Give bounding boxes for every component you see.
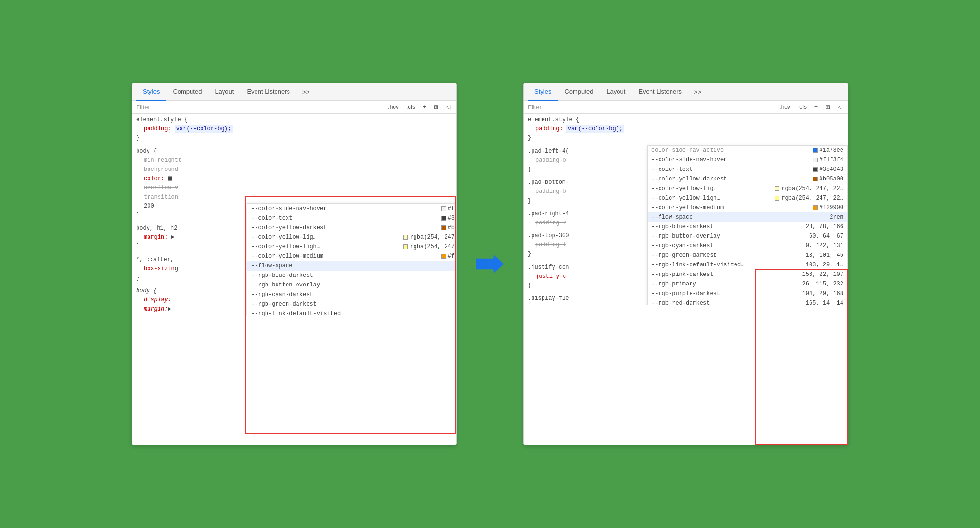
tab-event-listeners-left[interactable]: Event Listeners [240,83,297,101]
padding-row-left: padding: var(--color-bg); [136,125,452,134]
body-selector-left: body { [136,147,452,156]
body-min-height-left: min-heightt [136,156,452,165]
ac-item-color-yellow-medium-right[interactable]: --color-yellow-medium #f29900 [648,203,847,212]
ac-item-rgb-green-darkest-right[interactable]: --rgb-green-darkest 13, 101, 45 [648,251,847,260]
ac-item-rgb-cyan-darkest-right[interactable]: --rgb-cyan-darkest 0, 122, 131 [648,241,847,251]
ac-item-rgb-link-default-visited-left[interactable]: --rgb-link-default-visited [247,309,456,316]
tab-layout-right[interactable]: Layout [600,83,632,101]
element-style-close-right: } [528,134,844,143]
tab-computed-right[interactable]: Computed [558,83,600,101]
arrow-button-left[interactable]: ◁ [444,103,452,111]
right-filter-bar: :hov .cls + ⊞ ◁ [524,101,848,114]
swatch-b05a00-right [813,177,818,181]
ac-item-rgb-pink-darkest-right[interactable]: --rgb-pink-darkest 156, 22, 107 [648,270,847,279]
right-content-area: .pad-left-4( padding-b } .pad-bottom- pa… [524,145,848,306]
left-tabs-bar: Styles Computed Layout Event Listeners >… [132,83,456,101]
hov-button-right[interactable]: :hov [778,103,792,111]
hov-button-left[interactable]: :hov [386,103,401,111]
ac-item-flow-space-right[interactable]: --flow-space 2rem [648,212,847,222]
left-panel-wrapper: Styles Computed Layout Event Listeners >… [132,83,457,445]
tab-event-listeners-right[interactable]: Event Listeners [632,83,688,101]
swatch-rgba-ligh-left [403,244,408,249]
autocomplete-dropdown-left: --color-side-nav-hover #f1f3f4 --color-t… [247,203,456,316]
right-panel-wrapper: Styles Computed Layout Event Listeners >… [523,83,848,445]
ac-item-color-yellow-ligh-right[interactable]: --color-yellow-ligh… rgba(254, 247, 22… [648,193,847,203]
swatch-rgba-lig-right [775,186,779,191]
swatch-f1f3f4-left [441,206,446,211]
pin-button-right[interactable]: ⊞ [823,103,832,111]
swatch-3c4043-left [441,216,446,221]
ac-item-rgb-blue-darkest-left[interactable]: --rgb-blue-darkest [247,271,456,280]
right-devtools-panel: Styles Computed Layout Event Listeners >… [523,83,848,445]
ac-item-rgb-purple-darkest-right[interactable]: --rgb-purple-darkest 104, 29, 168 [648,289,847,298]
tab-computed-left[interactable]: Computed [166,83,208,101]
body-color-left: color: [136,174,452,183]
ac-item-color-yellow-lig-left[interactable]: --color-yellow-lig… rgba(254, 247, 22… [247,232,456,242]
swatch-b05a00-left [441,225,446,230]
arrow-container [476,254,504,274]
tab-styles-left[interactable]: Styles [136,83,166,101]
swatch-rgba-ligh-right [775,196,779,201]
swatch-f1f3f4-right [813,158,818,162]
filter-input-left[interactable] [136,104,382,111]
ac-item-color-text-right[interactable]: --color-text #3c4043 [648,165,847,174]
autocomplete-dropdown-right: color-side-nav-active #1a73ee --color-si… [647,145,848,306]
ac-item-color-text-left[interactable]: --color-text #3c4043 [247,213,456,223]
body-overflow-left: overflow-v [136,183,452,192]
main-container: Styles Computed Layout Event Listeners >… [132,83,848,445]
ac-item-color-side-nav-hover-left[interactable]: --color-side-nav-hover #f1f3f4 [247,204,456,213]
cls-button-right[interactable]: .cls [796,103,809,111]
ac-item-rgb-button-overlay-left[interactable]: --rgb-button-overlay [247,280,456,290]
ac-item-rgb-link-default-visited-right[interactable]: --rgb-link-default-visited… 103, 29, 1… [648,260,847,270]
tab-more-left[interactable]: >> [298,84,313,100]
ac-item-rgb-green-darkest-left[interactable]: --rgb-green-darkest [247,299,456,309]
padding-row-right: padding: var(--color-bg); [528,125,844,134]
tab-styles-right[interactable]: Styles [528,83,558,101]
filter-input-right[interactable] [528,104,774,111]
tab-layout-left[interactable]: Layout [208,83,240,101]
ac-item-rgb-red-darkest-right[interactable]: --rgb-red-darkest 165, 14, 14 [648,298,847,306]
left-filter-bar: :hov .cls + ⊞ ◁ [132,101,456,114]
left-styles-content: element.style { padding: var(--color-bg)… [132,114,456,316]
ac-item-color-yellow-medium-left[interactable]: --color-yellow-medium #f29900 [247,252,456,261]
body-background-left: background [136,165,452,174]
svg-marker-0 [476,255,504,273]
ac-item-rgb-primary-right[interactable]: --rgb-primary 26, 115, 232 [648,279,847,289]
cls-button-left[interactable]: .cls [405,103,417,111]
arrow-button-right[interactable]: ◁ [836,103,844,111]
ac-item-rgb-button-overlay-right[interactable]: --rgb-button-overlay 60, 64, 67 [648,232,847,241]
element-style-close-left: } [136,134,452,143]
element-style-block-left: element.style { padding: var(--color-bg)… [132,114,456,145]
ac-item-color-side-nav-active-right[interactable]: color-side-nav-active #1a73ee [648,146,847,155]
right-styles-content: element.style { padding: var(--color-bg)… [524,114,848,305]
swatch-3c4043-right [813,167,818,172]
plus-button-left[interactable]: + [421,103,428,111]
plus-button-right[interactable]: + [812,103,820,111]
swatch-rgba-lig-left [403,235,408,240]
ac-item-rgb-cyan-darkest-left[interactable]: --rgb-cyan-darkest [247,290,456,299]
element-style-selector-left: element.style { [136,116,452,125]
ac-item-color-yellow-darkest-left[interactable]: --color-yellow-darkest #b05a00 [247,223,456,232]
pin-button-left[interactable]: ⊞ [432,103,440,111]
swatch-blue-right [813,148,818,153]
ac-item-flow-space-left[interactable]: --flow-space [247,261,456,271]
ac-item-color-yellow-lig-right[interactable]: --color-yellow-lig… rgba(254, 247, 22… [648,184,847,193]
ac-item-color-yellow-ligh-left[interactable]: --color-yellow-ligh… rgba(254, 247, 22… [247,242,456,252]
left-devtools-panel: Styles Computed Layout Event Listeners >… [132,83,457,445]
body-transition-left: transition [136,193,452,202]
element-style-selector-right: element.style { [528,116,844,125]
ac-item-color-side-nav-hover-right[interactable]: --color-side-nav-hover #f1f3f4 [648,155,847,165]
swatch-f29900-right [813,205,818,210]
swatch-f29900-left [441,254,446,259]
blue-arrow-icon [476,254,504,274]
tab-more-right[interactable]: >> [690,84,705,100]
right-tabs-bar: Styles Computed Layout Event Listeners >… [524,83,848,101]
ac-item-rgb-blue-darkest-right[interactable]: --rgb-blue-darkest 23, 78, 166 [648,222,847,232]
element-style-block-right: element.style { padding: var(--color-bg)… [524,114,848,145]
ac-item-color-yellow-darkest-right[interactable]: --color-yellow-darkest #b05a00 [648,174,847,184]
